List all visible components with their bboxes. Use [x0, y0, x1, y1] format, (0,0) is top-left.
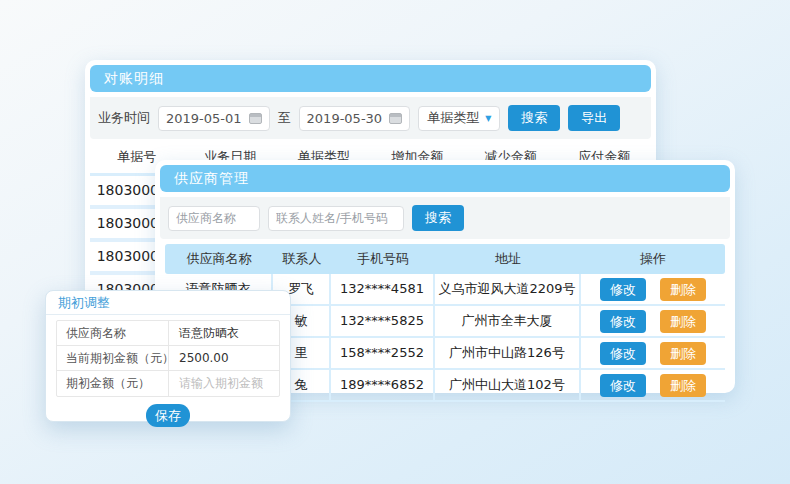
- supplier-search-button[interactable]: 搜索: [412, 205, 464, 231]
- supplier-search-row: 搜索: [160, 197, 730, 239]
- supplier-name-value: 语意防晒衣: [169, 321, 279, 345]
- column-header-supplier-name: 供应商名称: [165, 244, 273, 274]
- edit-button[interactable]: 修改: [600, 310, 646, 333]
- phone-cell: 132****4581: [331, 274, 435, 304]
- reconciliation-filter-row: 业务时间 2019-05-01 至 2019-05-30 单据类型 ▼ 搜索 导…: [90, 97, 651, 139]
- current-initial-amount-value: 2500.00: [169, 346, 279, 370]
- phone-cell: 132****5825: [331, 306, 435, 336]
- calendar-icon[interactable]: [249, 113, 262, 124]
- dialog-title: 期初调整: [46, 291, 290, 315]
- address-cell: 广州市中山路126号: [435, 338, 581, 368]
- actions-cell: 修改 删除: [581, 306, 725, 336]
- chevron-down-icon: ▼: [485, 114, 491, 123]
- column-header-address: 地址: [435, 244, 581, 274]
- save-button[interactable]: 保存: [146, 404, 190, 427]
- current-initial-amount-label: 当前期初金额（元）: [57, 346, 169, 370]
- edit-button[interactable]: 修改: [600, 278, 646, 301]
- delete-button[interactable]: 删除: [660, 374, 706, 397]
- column-header-actions: 操作: [581, 244, 725, 274]
- address-cell: 义乌市迎风大道2209号: [435, 274, 581, 304]
- supplier-panel-title: 供应商管理: [160, 165, 730, 192]
- delete-button[interactable]: 删除: [660, 278, 706, 301]
- edit-button[interactable]: 修改: [600, 342, 646, 365]
- delete-button[interactable]: 删除: [660, 342, 706, 365]
- date-from-input[interactable]: 2019-05-01: [158, 106, 270, 131]
- actions-cell: 修改 删除: [581, 338, 725, 368]
- dialog-field-row: 当前期初金额（元） 2500.00: [57, 346, 279, 371]
- edit-button[interactable]: 修改: [600, 374, 646, 397]
- supplier-name-label: 供应商名称: [57, 321, 169, 345]
- doc-type-dropdown-label: 单据类型: [427, 109, 479, 127]
- contact-phone-input[interactable]: [268, 206, 404, 231]
- actions-cell: 修改 删除: [581, 274, 725, 304]
- date-to-input[interactable]: 2019-05-30: [299, 106, 411, 131]
- supplier-name-input[interactable]: [168, 206, 260, 231]
- calendar-icon[interactable]: [389, 113, 402, 124]
- phone-cell: 158****2552: [331, 338, 435, 368]
- initial-amount-label: 期初金额（元）: [57, 371, 169, 396]
- doc-type-dropdown[interactable]: 单据类型 ▼: [418, 106, 500, 131]
- dialog-field-row: 期初金额（元） 请输入期初金额: [57, 371, 279, 396]
- supplier-table-header: 供应商名称 联系人 手机号码 地址 操作: [165, 244, 725, 274]
- date-range-separator: 至: [278, 109, 291, 127]
- address-cell: 广州市全丰大厦: [435, 306, 581, 336]
- delete-button[interactable]: 删除: [660, 310, 706, 333]
- search-button[interactable]: 搜索: [508, 105, 560, 131]
- column-header-contact: 联系人: [273, 244, 331, 274]
- dialog-field-row: 供应商名称 语意防晒衣: [57, 321, 279, 346]
- address-cell: 广州中山大道102号: [435, 370, 581, 400]
- export-button[interactable]: 导出: [568, 105, 620, 131]
- column-header-phone: 手机号码: [331, 244, 435, 274]
- reconciliation-panel-title: 对账明细: [90, 65, 651, 92]
- initial-amount-input[interactable]: 请输入期初金额: [169, 371, 279, 396]
- dialog-fields: 供应商名称 语意防晒衣 当前期初金额（元） 2500.00 期初金额（元） 请输…: [56, 320, 280, 397]
- date-from-value: 2019-05-01: [166, 111, 242, 126]
- date-to-value: 2019-05-30: [307, 111, 383, 126]
- phone-cell: 189****6852: [331, 370, 435, 400]
- business-time-label: 业务时间: [98, 109, 150, 127]
- initial-adjustment-dialog: 期初调整 供应商名称 语意防晒衣 当前期初金额（元） 2500.00 期初金额（…: [45, 290, 291, 422]
- actions-cell: 修改 删除: [581, 370, 725, 400]
